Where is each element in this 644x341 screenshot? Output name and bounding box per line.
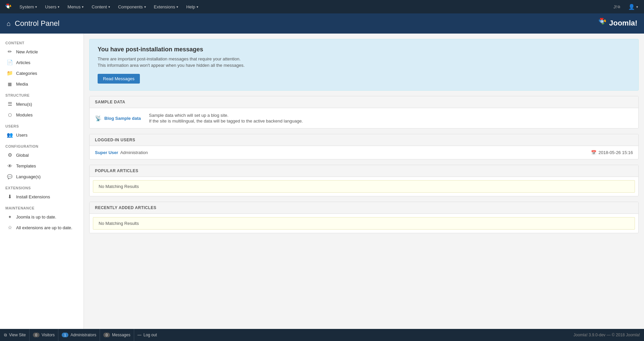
sidebar-item-modules[interactable]: ⬡ Modules [0,109,84,120]
admins-badge: 1 [62,333,68,337]
menus-icon: ☰ [7,101,13,107]
sidebar-item-articles[interactable]: 📄 Articles [0,57,84,68]
caret-icon: ▾ [176,5,178,9]
users-icon: 👥 [7,132,13,138]
svg-text:Joomla!: Joomla! [609,19,637,27]
sidebar-item-languages[interactable]: 💬 Language(s) [0,171,84,182]
language-icon: 💬 [7,174,13,180]
sidebar-item-joomla-update[interactable]: ✦ Joomla is up to date. [0,211,84,222]
caret-icon: ▾ [58,5,59,9]
user-role: Administration [120,150,148,155]
sidebar-item-media[interactable]: ▦ Media [0,79,84,89]
nav-menus[interactable]: Menus ▾ [64,0,87,13]
wifi-icon: 📡 [95,115,102,121]
sidebar-section-users: USERS [0,120,84,130]
recently-added-panel: RECENTLY ADDED ARTICLES No Matching Resu… [89,202,639,233]
sidebar-section-maintenance: MAINTENANCE [0,202,84,211]
sidebar-section-structure: STRUCTURE [0,89,84,99]
bottom-bar: ⧉ View Site 0 Visitors 1 Administrators … [0,329,644,341]
svg-point-0 [7,5,9,8]
page-title: Control Panel [15,19,59,28]
sidebar-item-users[interactable]: 👥 Users [0,130,84,140]
sidebar-item-categories[interactable]: 📁 Categories [0,68,84,79]
popular-articles-body: No Matching Results [90,180,638,193]
header-bar: ⌂ Control Panel Joomla! [0,13,644,34]
nav-right-area: J! ⧉ 👤 ▾ [611,0,641,13]
popular-no-results: No Matching Results [93,180,635,193]
article-icon: 📄 [7,59,13,65]
sidebar-section-extensions: EXTENSIONS [0,182,84,191]
logged-in-header: LOGGED-IN USERS [90,134,638,146]
calendar-icon: 📅 [591,150,596,155]
caret-icon: ▾ [197,5,198,9]
logged-in-body: Super User Administration 📅 2018-05-26 1… [90,146,638,159]
update-icon: ✦ [7,214,13,220]
read-messages-button[interactable]: Read Messages [98,74,140,84]
gear-icon: ⚙ [7,152,13,158]
sidebar-section-content: CONTENT [0,37,84,46]
nav-user-menu[interactable]: 👤 ▾ [626,0,641,13]
nav-help[interactable]: Help ▾ [183,0,202,13]
recently-added-body: No Matching Results [90,217,638,230]
popular-articles-panel: POPULAR ARTICLES No Matching Results [89,165,639,196]
blog-sample-link[interactable]: Blog Sample data [104,116,141,121]
external-link-icon: ⧉ [618,5,620,9]
sample-data-body: 📡 Blog Sample data Sample data which wil… [90,108,638,128]
messages-badge: 0 [103,333,110,337]
eye-icon: 👁 [7,163,13,169]
content-area: You have post-installation messages Ther… [84,34,644,329]
post-install-line2: This information area won't appear when … [98,63,630,68]
blog-sample-row: 📡 Blog Sample data Sample data which wil… [90,108,638,128]
post-install-line1: There are important post-installation me… [98,56,630,61]
recently-added-no-results: No Matching Results [93,217,635,230]
post-install-banner: You have post-installation messages Ther… [89,39,639,91]
caret-icon: ▾ [35,5,37,9]
top-navigation: System ▾ Users ▾ Menus ▾ Content ▾ Compo… [0,0,644,13]
pencil-icon: ✏ [7,49,13,55]
administrators-indicator: 1 Administrators [58,329,100,341]
joomla-brand-logo: Joomla! [597,16,637,31]
sidebar-item-ext-update[interactable]: ☆ All extensions are up to date. [0,222,84,233]
sample-data-header: SAMPLE DATA [90,96,638,108]
sidebar-item-install-extensions[interactable]: ⬇ Install Extensions [0,191,84,202]
caret-icon: ▾ [636,5,638,9]
logged-in-panel: LOGGED-IN USERS Super User Administratio… [89,134,639,159]
sidebar-item-global[interactable]: ⚙ Global [0,150,84,160]
download-icon: ⬇ [7,194,13,200]
star-icon: ☆ [7,225,13,231]
nav-content[interactable]: Content ▾ [88,0,113,13]
logout-icon: — [138,333,142,337]
caret-icon: ▾ [108,5,110,9]
nav-users[interactable]: Users ▾ [42,0,63,13]
nav-components[interactable]: Components ▾ [115,0,149,13]
folder-icon: 📁 [7,70,13,76]
visitors-indicator: 0 Visitors [30,329,58,341]
caret-icon: ▾ [82,5,84,9]
joomla-logo-icon [3,2,13,11]
version-info: Joomla! 3.9.0-dev — © 2018 Joomla! [574,333,640,337]
nav-system[interactable]: System ▾ [16,0,40,13]
sample-data-panel: SAMPLE DATA 📡 Blog Sample data Sample da… [89,96,639,129]
recently-added-header: RECENTLY ADDED ARTICLES [90,202,638,214]
user-icon: 👤 [628,4,635,10]
logout-button[interactable]: — Log out [134,329,160,341]
sidebar-section-configuration: CONFIGURATION [0,140,84,150]
sidebar-item-menus[interactable]: ☰ Menu(s) [0,99,84,109]
external-icon: ⧉ [4,333,7,337]
popular-articles-header: POPULAR ARTICLES [90,165,638,177]
blog-sample-desc: Sample data which will set up a blog sit… [149,112,303,124]
nav-j-link[interactable]: J! ⧉ [611,0,623,13]
user-name-link[interactable]: Super User [95,150,118,155]
sidebar-item-new-article[interactable]: ✏ New Article [0,46,84,57]
logged-in-user-row: Super User Administration 📅 2018-05-26 1… [90,146,638,159]
sidebar: CONTENT ✏ New Article 📄 Articles 📁 Categ… [0,34,84,329]
main-layout: CONTENT ✏ New Article 📄 Articles 📁 Categ… [0,34,644,329]
post-install-title: You have post-installation messages [98,46,630,53]
user-timestamp: 📅 2018-05-26 15:16 [591,150,633,155]
home-icon: ⌂ [7,20,11,28]
sidebar-item-templates[interactable]: 👁 Templates [0,160,84,171]
modules-icon: ⬡ [7,112,13,118]
view-site-button[interactable]: ⧉ View Site [4,329,30,341]
nav-extensions[interactable]: Extensions ▾ [151,0,182,13]
media-icon: ▦ [7,81,13,87]
